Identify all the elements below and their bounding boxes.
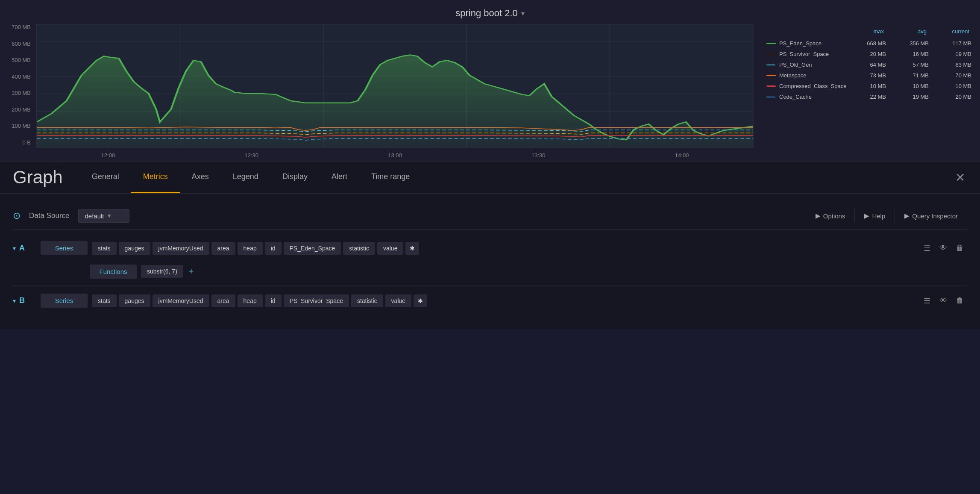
y-label-6: 600 MB xyxy=(9,41,34,47)
legend-avg-1: 16 MB xyxy=(903,51,929,57)
options-button[interactable]: ▶ Options xyxy=(806,209,855,223)
query-inspector-button[interactable]: ▶ Query Inspector xyxy=(895,209,967,223)
tag-a-7[interactable]: statistic xyxy=(343,242,375,255)
close-button[interactable]: ✕ xyxy=(953,168,967,187)
series-b-row-actions: ☰ 👁 🗑 xyxy=(920,294,967,308)
legend-avg-4: 10 MB xyxy=(903,83,929,89)
tag-a-4[interactable]: heap xyxy=(238,242,263,255)
function-a-0[interactable]: substr(6, 7) xyxy=(141,265,183,278)
tag-a-3[interactable]: area xyxy=(211,242,235,255)
tag-b-6[interactable]: PS_Survivor_Space xyxy=(284,294,349,307)
legend-col-avg: avg xyxy=(901,28,927,35)
series-a-label: A xyxy=(19,244,25,253)
x-axis-labels: 12:00 12:30 13:00 13:30 14:00 xyxy=(36,150,754,161)
chart-plot xyxy=(36,24,754,148)
tab-legend[interactable]: Legend xyxy=(221,162,270,193)
tag-b-5[interactable]: id xyxy=(265,294,282,307)
tab-display[interactable]: Display xyxy=(270,162,320,193)
series-a-row: ▾ A Series stats gauges jvmMemoryUsed ar… xyxy=(13,236,967,260)
legend-current-3: 70 MB xyxy=(946,72,971,79)
series-b-row: ▾ B Series stats gauges jvmMemoryUsed ar… xyxy=(13,289,967,312)
legend-values-0: 668 MB 356 MB 117 MB xyxy=(860,40,971,47)
tag-a-5[interactable]: id xyxy=(265,242,282,255)
series-a-eye-icon[interactable]: 👁 xyxy=(936,241,951,255)
legend-line-5 xyxy=(766,97,776,97)
tag-a-1[interactable]: gauges xyxy=(119,242,150,255)
tag-b-1[interactable]: gauges xyxy=(119,294,150,307)
chart-title-bar: spring boot 2.0 ▾ xyxy=(0,4,980,24)
tag-b-asterisk[interactable]: ✱ xyxy=(414,294,427,307)
y-label-1: 100 MB xyxy=(9,123,34,129)
datasource-label: Data Source xyxy=(29,212,70,220)
functions-a-label[interactable]: Functions xyxy=(90,265,137,279)
series-b-type[interactable]: Series xyxy=(41,294,88,308)
legend-area: max avg current PS_Eden_Space 668 MB 356… xyxy=(766,24,971,161)
datasource-dropdown-icon: ▾ xyxy=(108,212,111,220)
help-arrow-icon: ▶ xyxy=(864,212,869,220)
legend-current-4: 10 MB xyxy=(946,83,971,89)
legend-avg-0: 356 MB xyxy=(903,40,929,47)
y-label-3: 300 MB xyxy=(9,90,34,96)
chart-area: 700 MB 600 MB 500 MB 400 MB 300 MB 200 M… xyxy=(9,24,754,161)
tag-a-asterisk[interactable]: ✱ xyxy=(405,242,419,255)
help-button[interactable]: ▶ Help xyxy=(855,209,895,223)
series-b-eye-icon[interactable]: 👁 xyxy=(936,294,951,307)
legend-item-3[interactable]: Metaspace 73 MB 71 MB 70 MB xyxy=(766,70,971,81)
series-a-type[interactable]: Series xyxy=(41,241,88,255)
x-label-1: 12:30 xyxy=(244,152,258,159)
legend-item-4[interactable]: Compressed_Class_Space 10 MB 10 MB 10 MB xyxy=(766,81,971,91)
legend-item-2[interactable]: PS_Old_Gen 64 MB 57 MB 63 MB xyxy=(766,59,971,70)
legend-name-3: Metaspace xyxy=(779,72,857,79)
legend-name-5: Code_Cache xyxy=(779,94,857,100)
series-b-toggle[interactable]: ▾ xyxy=(13,297,16,304)
series-b-label: B xyxy=(19,296,25,305)
chart-title-dropdown-icon[interactable]: ▾ xyxy=(521,9,525,18)
functions-a-row: Functions substr(6, 7) + xyxy=(13,261,967,282)
tag-b-7[interactable]: statistic xyxy=(351,294,383,307)
tag-b-4[interactable]: heap xyxy=(238,294,263,307)
legend-item-1[interactable]: PS_Survivor_Space 20 MB 16 MB 19 MB xyxy=(766,49,971,59)
legend-values-2: 64 MB 57 MB 63 MB xyxy=(860,62,971,68)
series-b-letter: ▾ B xyxy=(13,296,36,305)
legend-max-5: 22 MB xyxy=(860,94,886,100)
chart-title-text: spring boot 2.0 xyxy=(455,8,518,19)
series-a-tags: stats gauges jvmMemoryUsed area heap id … xyxy=(92,242,916,255)
tab-general[interactable]: General xyxy=(80,162,131,193)
legend-current-0: 117 MB xyxy=(946,40,971,47)
legend-avg-3: 71 MB xyxy=(903,72,929,79)
series-b-trash-icon[interactable]: 🗑 xyxy=(953,294,967,307)
y-label-2: 200 MB xyxy=(9,106,34,113)
legend-values-3: 73 MB 71 MB 70 MB xyxy=(860,72,971,79)
panel-editor: Graph General Metrics Axes Legend Displa… xyxy=(0,161,980,329)
legend-item-0[interactable]: PS_Eden_Space 668 MB 356 MB 117 MB xyxy=(766,38,971,49)
y-label-7: 700 MB xyxy=(9,24,34,30)
tab-axes[interactable]: Axes xyxy=(180,162,221,193)
tag-a-6[interactable]: PS_Eden_Space xyxy=(284,242,341,255)
x-label-0: 12:00 xyxy=(101,152,115,159)
datasource-select[interactable]: default ▾ xyxy=(78,209,129,223)
tag-a-2[interactable]: jvmMemoryUsed xyxy=(153,242,209,255)
tag-b-0[interactable]: stats xyxy=(92,294,117,307)
tag-b-8[interactable]: value xyxy=(385,294,411,307)
legend-line-2 xyxy=(766,65,776,65)
tab-time-range[interactable]: Time range xyxy=(359,162,422,193)
tag-a-8[interactable]: value xyxy=(377,242,403,255)
tab-metrics[interactable]: Metrics xyxy=(131,162,180,193)
x-label-4: 14:00 xyxy=(675,152,689,159)
tag-b-3[interactable]: area xyxy=(211,294,235,307)
series-a-menu-icon[interactable]: ☰ xyxy=(920,241,934,255)
series-b-menu-icon[interactable]: ☰ xyxy=(920,294,934,308)
series-a-toggle[interactable]: ▾ xyxy=(13,245,16,252)
tag-b-2[interactable]: jvmMemoryUsed xyxy=(153,294,209,307)
chart-title[interactable]: spring boot 2.0 ▾ xyxy=(455,8,525,19)
legend-name-2: PS_Old_Gen xyxy=(779,62,857,68)
series-a-trash-icon[interactable]: 🗑 xyxy=(953,241,967,255)
tag-a-0[interactable]: stats xyxy=(92,242,117,255)
tab-alert[interactable]: Alert xyxy=(320,162,359,193)
legend-line-4 xyxy=(766,85,776,87)
legend-line-0 xyxy=(766,43,776,44)
add-function-a-button[interactable]: + xyxy=(187,265,196,279)
legend-item-5[interactable]: Code_Cache 22 MB 19 MB 20 MB xyxy=(766,91,971,102)
legend-avg-2: 57 MB xyxy=(903,62,929,68)
datasource-value: default xyxy=(85,212,104,220)
